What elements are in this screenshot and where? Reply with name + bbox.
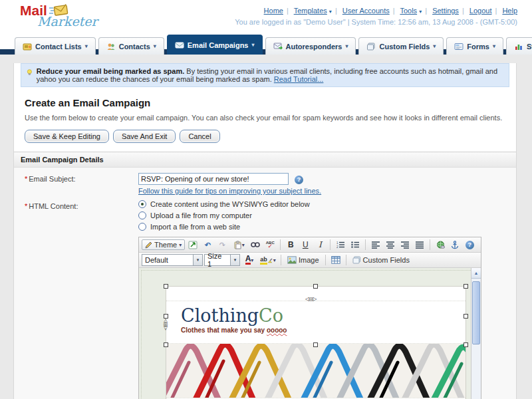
font-size-select[interactable]: Size 1 ▾ bbox=[204, 254, 240, 266]
image-icon bbox=[287, 256, 297, 264]
toolbar-separator bbox=[330, 239, 331, 250]
highlight-color-button[interactable]: ab▾ bbox=[259, 254, 277, 266]
tab-email-campaigns[interactable]: Email Campaigns▾ bbox=[167, 35, 263, 55]
chevron-down-icon: ▾ bbox=[179, 242, 182, 248]
page-title: Create an Email Campaign bbox=[25, 97, 516, 108]
nav-templates-link[interactable]: Templates bbox=[294, 7, 327, 15]
subject-tips-link[interactable]: Follow this guide for tips on improving … bbox=[138, 187, 321, 195]
resize-handle[interactable] bbox=[464, 342, 468, 347]
bold-button[interactable]: B bbox=[284, 239, 297, 251]
row-resize-cursor-icon[interactable]: ◁◎▷ bbox=[163, 319, 169, 329]
align-right-icon[interactable] bbox=[398, 239, 412, 251]
radio-upload-file[interactable]: Upload a file from my computer bbox=[138, 211, 516, 219]
content-panel: Reduce your email being marked as spam. … bbox=[13, 63, 517, 399]
banner-title: Reduce your email being marked as spam. bbox=[37, 67, 185, 75]
radio-button-icon[interactable] bbox=[138, 223, 146, 231]
email-subject-input[interactable] bbox=[138, 173, 289, 185]
custom-fields-icon bbox=[366, 43, 376, 51]
font-family-select[interactable]: Default ▾ bbox=[142, 254, 203, 266]
text-color-button[interactable]: A▾ bbox=[241, 254, 257, 266]
resize-handle[interactable] bbox=[313, 342, 318, 347]
unordered-list-icon[interactable] bbox=[348, 239, 362, 251]
toolbar-separator bbox=[281, 255, 281, 265]
toolbar-separator bbox=[365, 239, 366, 250]
chevron-down-icon: ▾ bbox=[493, 43, 495, 49]
resize-handle[interactable] bbox=[164, 284, 168, 289]
save-keep-editing-button[interactable]: Save & Keep Editing bbox=[25, 130, 109, 143]
editor-toolbar-row2: Default ▾ Size 1 ▾ A▾ ab▾ Image bbox=[139, 253, 481, 268]
chevron-down-icon: ▾ bbox=[242, 242, 245, 248]
chevron-down-icon: ▾ bbox=[85, 43, 88, 49]
wysiwyg-editor: Theme ▾ ↶ ↷ ▾ ABC✓ B U I 12 bbox=[138, 237, 481, 399]
theme-button[interactable]: Theme ▾ bbox=[142, 239, 185, 250]
help-icon[interactable]: ? bbox=[463, 239, 476, 251]
insert-image-button[interactable]: Image bbox=[285, 254, 322, 266]
chevron-down-icon: ▾ bbox=[230, 255, 239, 265]
resize-handle[interactable] bbox=[164, 314, 168, 319]
paste-icon[interactable]: ▾ bbox=[230, 239, 247, 251]
insert-link-icon[interactable] bbox=[434, 239, 447, 251]
stats-icon bbox=[514, 43, 523, 51]
resize-handle[interactable] bbox=[464, 284, 468, 289]
radio-button-icon[interactable] bbox=[138, 200, 146, 208]
tab-stats[interactable]: Stats▾ bbox=[506, 37, 532, 55]
insert-table-icon[interactable] bbox=[329, 254, 342, 266]
pencil-icon bbox=[145, 241, 152, 249]
forms-icon bbox=[454, 43, 464, 51]
ordered-list-icon[interactable]: 12 bbox=[334, 239, 347, 251]
autoresponders-icon bbox=[273, 43, 283, 51]
radio-wysiwyg-editor[interactable]: Create content using the WYSIWYG editor … bbox=[138, 200, 516, 208]
align-left-icon[interactable] bbox=[369, 239, 382, 251]
svg-text:1: 1 bbox=[336, 241, 338, 245]
paperclips-image[interactable] bbox=[166, 344, 466, 398]
align-justify-icon[interactable] bbox=[413, 239, 426, 251]
resize-handle[interactable] bbox=[313, 284, 318, 289]
nav-user-accounts-link[interactable]: User Accounts bbox=[342, 7, 390, 15]
nav-settings-link[interactable]: Settings bbox=[432, 7, 459, 15]
align-center-icon[interactable] bbox=[384, 239, 397, 251]
nav-logout-link[interactable]: Logout bbox=[469, 7, 492, 15]
find-icon[interactable] bbox=[249, 239, 262, 251]
help-icon[interactable]: ? bbox=[295, 176, 303, 184]
svg-text:2: 2 bbox=[336, 245, 338, 249]
chevron-down-icon: ▾ bbox=[154, 43, 156, 49]
editor-scrollbar[interactable]: ▲ bbox=[471, 268, 481, 399]
section-header: Email Campaign Details bbox=[14, 152, 516, 168]
radio-import-website[interactable]: Import a file from a web site bbox=[138, 223, 516, 231]
tab-contact-lists[interactable]: Contact Lists▾ bbox=[15, 37, 96, 55]
anchor-icon[interactable] bbox=[448, 239, 462, 251]
chevron-down-icon: ▾ bbox=[193, 255, 202, 265]
nav-tools-link[interactable]: Tools bbox=[400, 7, 417, 15]
column-resize-cursor-icon[interactable]: ◁◎▷ bbox=[305, 296, 316, 302]
resize-handle[interactable] bbox=[164, 342, 168, 347]
lightbulb-icon bbox=[27, 67, 33, 78]
undo-icon[interactable]: ↶ bbox=[201, 239, 214, 251]
spellcheck-icon[interactable]: ABC✓ bbox=[263, 239, 277, 251]
read-tutorial-link[interactable]: Read Tutorial... bbox=[274, 75, 324, 83]
tab-autoresponders[interactable]: Autoresponders▾ bbox=[265, 37, 356, 55]
chevron-down-icon: ▾ bbox=[273, 257, 276, 263]
radio-button-icon[interactable] bbox=[138, 211, 146, 219]
cancel-button[interactable]: Cancel bbox=[180, 130, 219, 143]
tab-custom-fields[interactable]: Custom Fields▾ bbox=[358, 37, 444, 55]
brand-logo-text: ClothingCo bbox=[181, 306, 466, 326]
save-and-exit-button[interactable]: Save And Exit bbox=[113, 130, 176, 143]
tab-forms[interactable]: Forms▾ bbox=[446, 37, 503, 55]
underline-button[interactable]: U bbox=[299, 239, 312, 251]
custom-fields-button[interactable]: Custom Fields bbox=[350, 254, 412, 266]
nav-home-link[interactable]: Home bbox=[264, 7, 283, 15]
fullscreen-icon[interactable] bbox=[186, 239, 200, 251]
editor-canvas[interactable]: ClothingCo Clothes that make you say ooo… bbox=[139, 268, 481, 399]
chevron-down-icon: ▾ bbox=[419, 9, 422, 15]
scrollbar-thumb[interactable] bbox=[472, 281, 480, 344]
redo-icon[interactable]: ↷ bbox=[215, 239, 229, 251]
html-content-label: *HTML Content: bbox=[14, 200, 138, 234]
tab-contacts[interactable]: Contacts▾ bbox=[98, 37, 164, 55]
scroll-up-arrow-icon[interactable]: ▲ bbox=[471, 268, 481, 279]
email-logo-row[interactable]: ClothingCo Clothes that make you say ooo… bbox=[166, 301, 466, 344]
italic-button[interactable]: I bbox=[313, 239, 327, 251]
header-nav: Home| Templates ▾| User Accounts| Tools … bbox=[264, 7, 517, 15]
resize-handle[interactable] bbox=[464, 314, 468, 319]
email-subject-label: *Email Subject: bbox=[14, 173, 138, 195]
nav-help-link[interactable]: Help bbox=[502, 7, 517, 15]
